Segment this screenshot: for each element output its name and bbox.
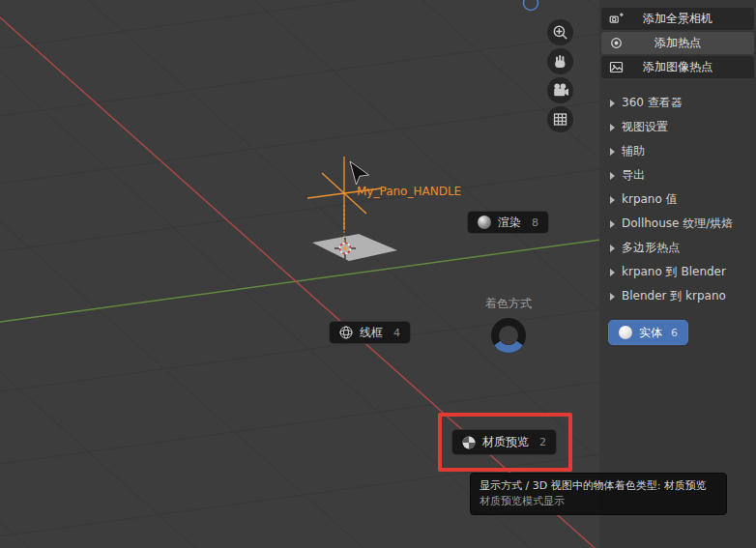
shading-material-preview-button[interactable]: 材质预览 2	[451, 429, 557, 455]
axis-x-red	[0, 17, 595, 548]
pan-view-button[interactable]	[547, 48, 573, 74]
panel-section-polygon-hotspot[interactable]: 多边形热点	[601, 236, 754, 260]
orbit-gizmo-partial[interactable]	[524, 0, 538, 11]
shading-wireframe-shortcut: 4	[393, 327, 400, 339]
shading-solid-button[interactable]: 实体 6	[608, 320, 688, 345]
panel-section-label: 导出	[622, 167, 645, 184]
camera-view-button[interactable]	[547, 77, 573, 103]
panel-section-view-settings[interactable]: 视图设置	[601, 115, 754, 139]
sidebar-panel: 添加全景相机 添加热点 添加图像热点 360 查看器 视图	[599, 0, 756, 548]
shading-rendered-label: 渲染	[498, 215, 521, 231]
add-pano-camera-button[interactable]: 添加全景相机	[601, 8, 754, 30]
zoom-in-icon	[547, 19, 573, 45]
shading-solid-shortcut: 6	[671, 327, 678, 339]
mouse-cursor	[350, 161, 369, 185]
panel-section-label: 多边形热点	[622, 240, 680, 256]
panel-section-label: Dollhouse 纹理/烘焙	[622, 216, 733, 232]
panel-section-label: 视图设置	[622, 119, 668, 135]
chevron-right-icon	[610, 293, 615, 301]
panel-sections: 360 查看器 视图设置 辅助 导出 krpano 值 Dollhouse 纹理…	[601, 91, 754, 308]
blender-3d-viewport: My_Pano_HANDLE	[0, 0, 756, 548]
add-hotspot-button[interactable]: 添加热点	[601, 32, 754, 54]
chevron-right-icon	[610, 245, 615, 252]
panel-section-label: 辅助	[622, 143, 645, 159]
shading-material-preview-shortcut: 2	[539, 436, 546, 448]
add-image-hotspot-label: 添加图像热点	[601, 59, 754, 75]
panel-section-export[interactable]: 导出	[601, 163, 754, 187]
panel-section-label: Blender 到 krpano	[622, 288, 726, 304]
pie-center-widget[interactable]	[487, 314, 530, 357]
chevron-right-icon	[610, 269, 615, 276]
pie-direction-donut	[487, 314, 530, 357]
chevron-right-icon	[610, 196, 615, 204]
camera-view-icon	[547, 77, 573, 103]
panel-section-krpano-values[interactable]: krpano 值	[601, 187, 754, 212]
zoom-in-button[interactable]	[547, 19, 573, 45]
pano-camera-icon	[609, 12, 624, 26]
solid-sphere-icon	[619, 326, 632, 339]
chevron-right-icon	[610, 100, 615, 107]
pie-menu-title: 着色方式	[476, 296, 541, 312]
shading-solid-label: 实体	[639, 325, 662, 341]
panel-section-dollhouse-bake[interactable]: Dollhouse 纹理/烘焙	[601, 212, 754, 236]
tooltip-line-1: 显示方式 / 3D 视图中的物体着色类型: 材质预览	[480, 479, 717, 493]
panel-section-krpano-to-blender[interactable]: krpano 到 Blender	[601, 260, 754, 284]
plane-object[interactable]	[312, 234, 397, 261]
tooltip-line-2: 材质预览模式显示	[480, 495, 717, 508]
chevron-right-icon	[610, 172, 615, 180]
add-image-hotspot-button[interactable]: 添加图像热点	[601, 56, 754, 78]
empty-handle-object[interactable]	[307, 157, 381, 243]
image-hotspot-icon	[609, 60, 624, 74]
handle-label: My_Pano_HANDLE	[357, 185, 461, 198]
panel-section-assist[interactable]: 辅助	[601, 139, 754, 163]
panel-section-label: krpano 到 Blender	[622, 264, 726, 280]
hotspot-icon	[609, 36, 624, 50]
shading-rendered-button[interactable]: 渲染 8	[467, 211, 549, 234]
tooltip: 显示方式 / 3D 视图中的物体着色类型: 材质预览 材质预览模式显示	[470, 473, 727, 515]
shading-material-preview-label: 材质预览	[482, 434, 529, 450]
wireframe-sphere-icon	[339, 326, 353, 339]
panel-section-blender-to-krpano[interactable]: Blender 到 krpano	[601, 284, 754, 308]
shading-wireframe-button[interactable]: 线框 4	[329, 321, 411, 344]
shading-rendered-shortcut: 8	[532, 216, 538, 229]
chevron-right-icon	[610, 148, 615, 156]
add-hotspot-label: 添加热点	[601, 35, 754, 51]
shading-wireframe-label: 线框	[360, 325, 383, 341]
pan-hand-icon	[547, 48, 573, 74]
render-sphere-icon	[478, 216, 491, 229]
panel-section-label: 360 查看器	[622, 95, 683, 111]
add-pano-camera-label: 添加全景相机	[601, 11, 754, 27]
panel-section-label: krpano 值	[622, 191, 678, 208]
panel-section-360-viewer[interactable]: 360 查看器	[601, 91, 754, 115]
grid-ortho-icon	[547, 106, 573, 132]
chevron-right-icon	[610, 220, 615, 228]
material-sphere-icon	[462, 436, 476, 449]
chevron-right-icon	[610, 124, 615, 131]
ortho-grid-button[interactable]	[547, 106, 573, 132]
